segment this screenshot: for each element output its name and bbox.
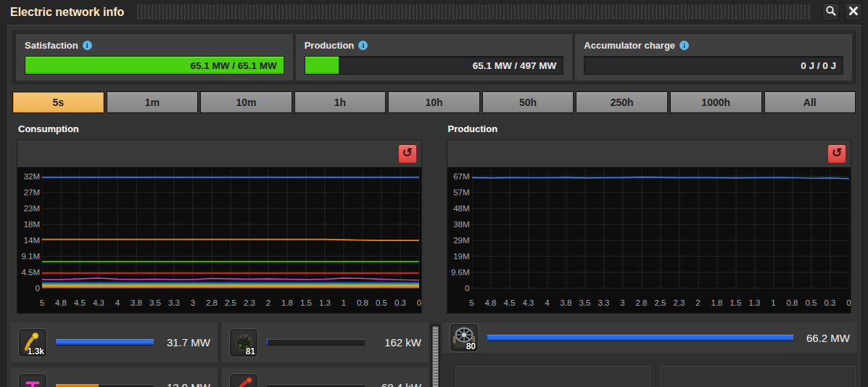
x-tick-label: 1 xyxy=(764,298,783,307)
stat-label: Production xyxy=(305,40,355,51)
time-button-50h[interactable]: 50h xyxy=(482,91,574,113)
x-tick-label: 1.5 xyxy=(727,298,745,307)
x-tick-label: 3.3 xyxy=(595,298,613,307)
x-tick-label: 0.8 xyxy=(353,298,372,307)
stat-value-text: 65.1 MW / 65.1 MW xyxy=(25,57,284,74)
chart-canvas xyxy=(472,168,849,297)
item-value: 31.7 MW xyxy=(164,336,210,349)
x-tick-label: 0 xyxy=(840,298,859,307)
chart-x-axis: 54.84.54.343.83.53.332.82.52.321.81.51.3… xyxy=(17,297,421,311)
producer-list: 8066.2 MW xyxy=(442,322,857,387)
item-usage-bar xyxy=(267,384,365,387)
consumer-list-scrollbar[interactable] xyxy=(431,325,440,387)
x-tick-label: 3.8 xyxy=(557,298,576,307)
stat-panel-production: Productioni65.1 MW / 497 MW xyxy=(296,34,573,81)
y-tick-label: 27M xyxy=(24,188,40,197)
chart-canvas xyxy=(42,168,419,297)
x-tick-label: 4.8 xyxy=(51,298,70,307)
y-tick-label: 4.5M xyxy=(21,268,40,277)
time-range-buttons: 5s1m10m1h10h50h250h1000hAll xyxy=(12,91,856,113)
item-usage-fill xyxy=(487,335,793,341)
mining-drill-icon-button[interactable] xyxy=(18,373,47,387)
x-tick-label: 0 xyxy=(410,298,429,307)
y-tick-label: 14M xyxy=(24,236,40,245)
x-tick-label: 1.8 xyxy=(708,298,727,307)
x-tick-label: 2.5 xyxy=(651,298,670,307)
y-tick-label: 0 xyxy=(36,284,40,293)
chart-reset-button[interactable]: ↺ xyxy=(398,144,417,163)
item-usage-bar xyxy=(267,339,365,346)
x-tick-label: 2.3 xyxy=(240,298,259,307)
x-tick-label: 3.3 xyxy=(165,298,183,307)
x-tick-label: 3.5 xyxy=(576,298,595,307)
search-button[interactable] xyxy=(822,4,840,21)
info-icon[interactable]: i xyxy=(679,41,689,50)
x-tick-label: 3.5 xyxy=(146,298,165,307)
steam-engine-icon-button[interactable]: 80 xyxy=(450,323,479,352)
y-tick-label: 48M xyxy=(453,204,469,213)
item-value: 66.2 MW xyxy=(803,332,850,344)
y-tick-label: 32M xyxy=(24,172,40,181)
y-tick-label: 18M xyxy=(24,220,40,229)
time-button-1m[interactable]: 1m xyxy=(107,91,199,113)
time-button-10h[interactable]: 10h xyxy=(388,91,480,113)
stat-progress-bar: 65.1 MW / 65.1 MW xyxy=(25,56,284,75)
consumer-item-row: 81162 kW xyxy=(222,322,429,362)
x-tick-label: 0.5 xyxy=(372,298,391,307)
x-tick-label: 4.5 xyxy=(70,298,89,307)
long-handed-inserter-icon-button[interactable] xyxy=(229,373,258,387)
production-chart-panel: Production ↺67M57M48M38M29M19M9.6M054.84… xyxy=(447,123,852,314)
chart-plot-area: 32M27M23M18M14M9.1M4.5M0 xyxy=(17,168,421,297)
y-tick-label: 9.6M xyxy=(451,268,470,277)
titlebar: Electric network info xyxy=(0,0,868,24)
drag-handle[interactable] xyxy=(137,4,811,20)
y-tick-label: 29M xyxy=(453,236,469,245)
inserter-icon-button[interactable]: 1.3k xyxy=(18,328,47,357)
y-tick-label: 19M xyxy=(453,252,469,261)
info-icon[interactable]: i xyxy=(83,41,92,50)
chart-y-axis: 32M27M23M18M14M9.1M4.5M0 xyxy=(17,168,42,297)
x-tick-label: 1.5 xyxy=(297,298,315,307)
consumer-item-row: 1.3k31.7 MW xyxy=(11,322,218,362)
item-usage-bar xyxy=(56,339,154,346)
chart-header: ↺ xyxy=(17,140,421,168)
item-value: 162 kW xyxy=(375,336,421,349)
time-button-1h[interactable]: 1h xyxy=(294,91,387,113)
production-chart-title: Production xyxy=(448,123,852,137)
chart-x-axis: 54.84.54.343.83.53.332.82.52.321.81.51.3… xyxy=(447,297,851,311)
scrollbar-thumb[interactable] xyxy=(432,326,439,387)
item-count-badge: 81 xyxy=(246,346,255,357)
info-icon[interactable]: i xyxy=(358,41,368,50)
producer-item-row: 8066.2 MW xyxy=(442,322,857,353)
consumption-chart-panel: Consumption ↺32M27M23M18M14M9.1M4.5M054.… xyxy=(17,123,422,314)
stat-progress-bar: 65.1 MW / 497 MW xyxy=(305,56,564,75)
time-button-1000h[interactable]: 1000h xyxy=(670,91,762,113)
x-tick-label: 0.3 xyxy=(391,298,410,307)
x-tick-label: 1 xyxy=(334,298,353,307)
close-button[interactable] xyxy=(845,4,862,21)
consumer-item-row: 13.9 MW xyxy=(11,367,218,387)
time-button-5s[interactable]: 5s xyxy=(12,91,104,113)
item-usage-bar xyxy=(487,335,793,341)
chart-plot-area: 67M57M48M38M29M19M9.6M0 xyxy=(447,168,851,297)
time-button-all[interactable]: All xyxy=(764,91,856,113)
charts-row: Consumption ↺32M27M23M18M14M9.1M4.5M054.… xyxy=(11,123,857,314)
x-tick-label: 4.3 xyxy=(519,298,538,307)
x-tick-label: 0.8 xyxy=(783,298,802,307)
stats-strip: Satisfactioni65.1 MW / 65.1 MWProduction… xyxy=(12,30,856,84)
time-button-250h[interactable]: 250h xyxy=(576,91,668,113)
y-tick-label: 57M xyxy=(453,188,469,197)
consumption-chart: ↺32M27M23M18M14M9.1M4.5M054.84.54.343.83… xyxy=(17,139,422,314)
x-tick-label: 1.3 xyxy=(315,298,334,307)
consumer-list: 1.3k31.7 MW81162 kW13.9 MW68.4 kW xyxy=(11,322,429,387)
item-usage-fill xyxy=(56,339,154,345)
x-tick-label: 2.3 xyxy=(670,298,689,307)
stat-label: Satisfaction xyxy=(25,40,78,51)
empty-panel xyxy=(455,366,650,387)
chart-reset-button[interactable]: ↺ xyxy=(827,144,846,163)
stat-value-text: 65.1 MW / 497 MW xyxy=(305,57,563,74)
time-button-10m[interactable]: 10m xyxy=(200,91,292,113)
small-consumer-icon-button[interactable]: 81 xyxy=(229,328,258,357)
item-usage-fill xyxy=(56,384,99,387)
x-tick-label: 2 xyxy=(689,298,708,307)
